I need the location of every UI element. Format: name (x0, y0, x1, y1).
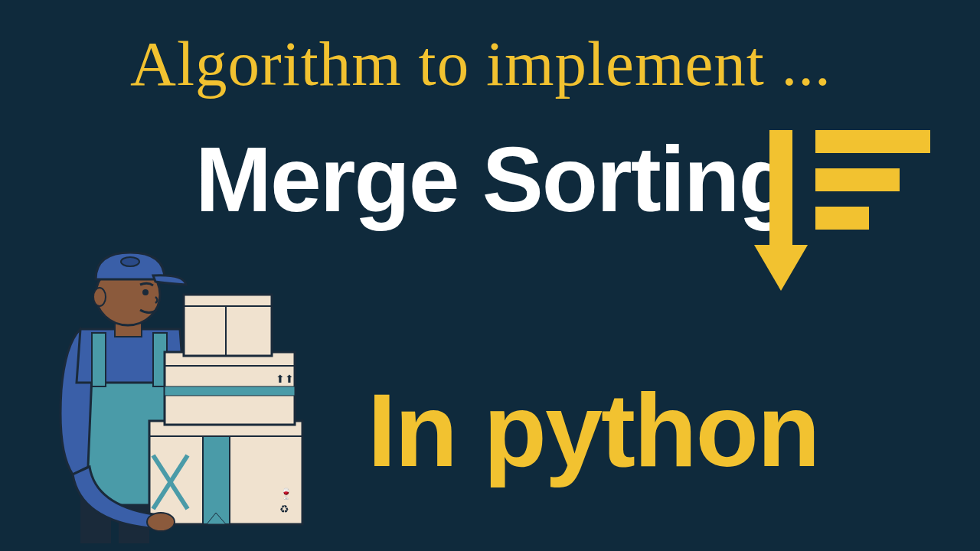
svg-point-11 (93, 288, 106, 306)
svg-rect-2 (815, 130, 930, 153)
svg-rect-7 (92, 333, 106, 386)
svg-rect-16 (203, 436, 230, 524)
svg-text:♻: ♻ (279, 503, 289, 515)
svg-rect-24 (165, 386, 295, 396)
svg-text:⬆⬆: ⬆⬆ (276, 373, 294, 385)
sub-title: In python (368, 371, 818, 490)
svg-text:🍷: 🍷 (279, 487, 293, 500)
main-title: Merge Sorting (195, 126, 793, 232)
sort-descending-icon (754, 122, 930, 298)
svg-point-29 (147, 513, 175, 531)
script-heading: Algorithm to implement ... (130, 27, 831, 100)
svg-rect-4 (815, 207, 869, 230)
delivery-person-illustration: ♻ 🍷 ⬆⬆ (34, 237, 318, 543)
svg-point-12 (121, 257, 139, 266)
svg-marker-1 (754, 245, 808, 291)
svg-point-13 (142, 289, 149, 295)
svg-rect-0 (769, 130, 792, 253)
svg-rect-26 (184, 295, 272, 356)
svg-rect-3 (815, 168, 900, 191)
